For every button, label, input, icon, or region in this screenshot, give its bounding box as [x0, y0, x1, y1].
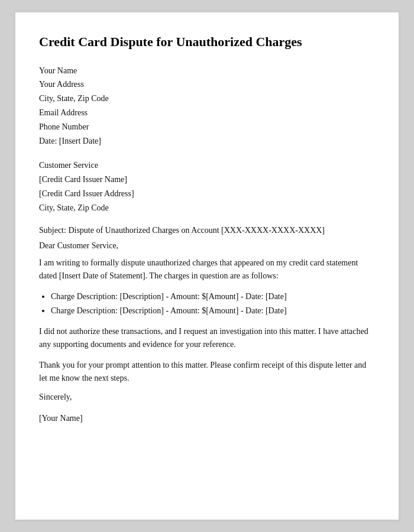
sender-city-state-zip: City, State, Zip Code	[39, 92, 375, 106]
document-container: Credit Card Dispute for Unauthorized Cha…	[15, 12, 399, 520]
recipient-issuer-address: [Credit Card Issuer Address]	[39, 187, 375, 201]
body-paragraph-1: I am writing to formally dispute unautho…	[39, 257, 375, 283]
sender-date: Date: [Insert Date]	[39, 134, 375, 148]
sender-email: Email Address	[39, 106, 375, 120]
signature: [Your Name]	[39, 414, 375, 423]
charge-item-1: Charge Description: [Description] - Amou…	[51, 290, 375, 304]
sender-address: Your Address	[39, 77, 375, 92]
recipient-block: Customer Service [Credit Card Issuer Nam…	[39, 158, 375, 215]
body-paragraph-3: Thank you for your prompt attention to t…	[39, 359, 375, 385]
charges-list: Charge Description: [Description] - Amou…	[51, 290, 375, 318]
document-title: Credit Card Dispute for Unauthorized Cha…	[39, 34, 375, 51]
charge-item-2: Charge Description: [Description] - Amou…	[51, 304, 375, 318]
salutation: Dear Customer Service,	[39, 241, 375, 251]
subject-line: Subject: Dispute of Unauthorized Charges…	[39, 226, 375, 235]
sender-phone: Phone Number	[39, 120, 375, 134]
recipient-city-state-zip: City, State, Zip Code	[39, 201, 375, 215]
closing: Sincerely,	[39, 392, 375, 402]
sender-block: Your Name Your Address City, State, Zip …	[39, 64, 375, 148]
sender-name: Your Name	[39, 64, 375, 78]
recipient-issuer-name: [Credit Card Issuer Name]	[39, 173, 375, 187]
body-paragraph-2: I did not authorize these transactions, …	[39, 325, 375, 352]
recipient-service: Customer Service	[39, 158, 375, 173]
